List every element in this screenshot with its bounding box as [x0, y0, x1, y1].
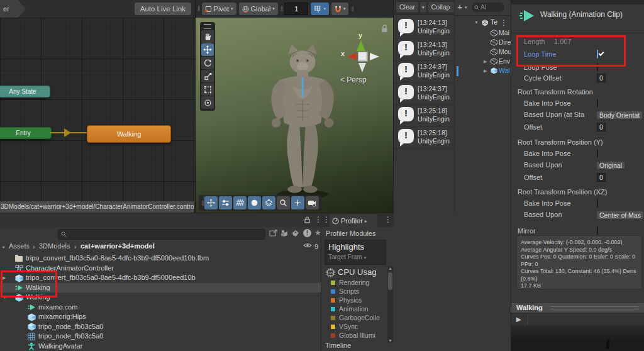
- tab-overflow-arrow[interactable]: ▸: [365, 218, 367, 224]
- axis-y-cone-icon[interactable]: [357, 40, 365, 51]
- console-entry[interactable]: ! [13:24:13] UnityEngin: [394, 16, 455, 39]
- legend-item[interactable]: Animation: [321, 305, 394, 314]
- list-item-selected[interactable]: Walking: [0, 283, 321, 293]
- console-entry[interactable]: ! [13:24:37] UnityEngin: [394, 60, 455, 83]
- lock-icon[interactable]: [381, 25, 388, 33]
- cycle-offset-field[interactable]: 0: [597, 74, 606, 82]
- snap-magnet-button[interactable]: ▾: [331, 3, 349, 15]
- list-item[interactable]: tripo_node_fb03c5a0: [0, 332, 321, 342]
- list-item[interactable]: WalkingAvatar: [0, 342, 321, 351]
- target-frame-dropdown[interactable]: Target Fram ▾: [328, 254, 366, 260]
- mirror-checkbox[interactable]: [597, 226, 598, 235]
- list-item[interactable]: tripo_node_fb03c5a0: [0, 322, 321, 332]
- list-item[interactable]: CharacterAnimatorController: [0, 264, 321, 274]
- hierarchy-item-selected[interactable]: ▶ Wal: [455, 66, 511, 76]
- hierarchy-item[interactable]: ▶ Env: [455, 57, 511, 67]
- scene-viewport[interactable]: y x < Persp ‖: [196, 18, 394, 213]
- global-button[interactable]: Global ▾: [239, 3, 278, 15]
- expand-arrow-icon[interactable]: ▶: [484, 69, 487, 74]
- bake-position-xz-checkbox[interactable]: [597, 199, 598, 208]
- scrollbar-thumb[interactable]: [388, 272, 392, 290]
- list-item[interactable]: tripo_convert_fb03c5a0-8ae5-4dfc-b3b9-df…: [0, 254, 321, 264]
- based-upon-rotation-dropdown[interactable]: Body Orientat: [597, 111, 642, 119]
- clear-button[interactable]: Clear: [396, 1, 419, 13]
- sphere-overlay-button[interactable]: [248, 196, 261, 209]
- legend-item[interactable]: VSync: [321, 323, 394, 332]
- expand-arrow-icon[interactable]: ▶: [484, 59, 487, 64]
- eye-icon[interactable]: [303, 242, 312, 248]
- legend-item[interactable]: Physics: [321, 296, 394, 305]
- console-entry[interactable]: ! [13:24:13] UnityEngin: [394, 38, 455, 61]
- grid-visibility-button[interactable]: [233, 196, 247, 209]
- collapse-button[interactable]: Collap: [428, 1, 455, 13]
- state-any-state[interactable]: Any State: [0, 86, 50, 98]
- scale-tool-button[interactable]: [201, 70, 214, 82]
- grid-snap-button[interactable]: Y ▾: [311, 3, 329, 15]
- hierarchy-scene-row[interactable]: ▼ Te ⋮: [455, 18, 511, 28]
- lock-icon[interactable]: [304, 216, 310, 223]
- offset-y-field[interactable]: 0: [597, 173, 606, 182]
- preview-viewport[interactable]: [511, 325, 644, 351]
- based-upon-xz-dropdown[interactable]: Center of Mas: [597, 211, 643, 219]
- gizmo-center-cube[interactable]: [358, 52, 368, 62]
- cat-warrior-model[interactable]: [266, 43, 339, 200]
- package-icon[interactable]: [280, 230, 288, 237]
- view-hand-tool-button[interactable]: [201, 30, 214, 43]
- rotate-tool-button[interactable]: [201, 57, 214, 69]
- auto-live-link-button[interactable]: Auto Live Link: [135, 3, 191, 15]
- transform-tool-button[interactable]: [201, 96, 214, 109]
- label-tag-icon[interactable]: [292, 230, 299, 237]
- kebab-menu-icon[interactable]: ⋮: [500, 18, 508, 27]
- clear-dropdown-arrow[interactable]: ▾: [419, 1, 427, 13]
- bake-position-y-checkbox[interactable]: [597, 149, 598, 158]
- collapse-arrow-icon[interactable]: ◂: [2, 244, 4, 250]
- camera-overlay-button[interactable]: [306, 196, 319, 209]
- open-search-window-icon[interactable]: [269, 230, 277, 237]
- list-item[interactable]: mixamo.com: [0, 303, 321, 313]
- play-button[interactable]: ▶: [516, 316, 521, 323]
- toolbar-drag-handle[interactable]: ‖: [197, 5, 199, 13]
- rect-tool-button[interactable]: [201, 83, 214, 96]
- legend-item[interactable]: Scripts: [321, 287, 394, 296]
- offset-rotation-field[interactable]: 0: [597, 123, 606, 131]
- axis-down-cone-icon[interactable]: [358, 63, 366, 72]
- search-overlay-button[interactable]: [277, 196, 290, 209]
- state-entry[interactable]: Entry: [0, 127, 52, 139]
- legend-item[interactable]: Global Illumi: [321, 332, 394, 340]
- legend-item[interactable]: GarbageColle: [321, 314, 394, 323]
- cpu-usage-module[interactable]: CPU CPU Usag: [321, 267, 394, 277]
- timeline-label[interactable]: Timeline: [325, 342, 351, 349]
- layers-overlay-button[interactable]: [262, 196, 275, 209]
- move-tool-button[interactable]: [201, 43, 214, 56]
- grid-size-field[interactable]: 1: [284, 3, 308, 15]
- pivot-button[interactable]: Pivot ▾: [202, 3, 236, 15]
- center-overlay-button[interactable]: [291, 196, 304, 209]
- animator-graph-canvas[interactable]: Any State Entry Walking: [0, 18, 195, 201]
- profiler-scrollbar[interactable]: ▲ ▼: [387, 266, 393, 343]
- expand-arrow-icon[interactable]: ▶: [3, 276, 6, 281]
- scene-orientation-gizmo[interactable]: y x: [343, 33, 384, 78]
- add-object-button[interactable]: +: [457, 2, 462, 12]
- hierarchy-item[interactable]: Dire: [455, 38, 511, 48]
- palette-drag-handle[interactable]: [204, 24, 211, 29]
- expand-arrow-icon[interactable]: ▼: [3, 295, 7, 299]
- animator-breadcrumb[interactable]: er: [0, 0, 26, 18]
- perspective-label[interactable]: < Persp: [340, 75, 367, 84]
- axis-x-cone-icon[interactable]: [347, 53, 357, 60]
- hierarchy-item[interactable]: Mai: [455, 28, 511, 38]
- bake-rotation-checkbox[interactable]: [597, 99, 598, 108]
- breadcrumb-3dmodels[interactable]: 3DModels: [39, 242, 70, 250]
- axis-neg-cone-icon[interactable]: [370, 53, 379, 60]
- list-item[interactable]: ▶ tripo_convert_fb03c5a0-8ae5-4dfc-b3b9-…: [0, 273, 321, 283]
- console-entry[interactable]: ! [13:25:18] UnityEngin: [394, 104, 455, 127]
- tab-profiler[interactable]: Profiler ▸: [330, 214, 377, 227]
- loop-time-checkbox[interactable]: [597, 50, 598, 58]
- highlights-module[interactable]: Highlights Target Fram ▾: [325, 240, 386, 265]
- legend-item[interactable]: Rendering: [321, 279, 394, 287]
- preview-header[interactable]: Walking: [511, 302, 644, 313]
- console-entry[interactable]: ! [13:25:18] UnityEngin: [394, 126, 455, 149]
- kebab-menu-icon[interactable]: ⋮: [384, 215, 392, 224]
- console-entry[interactable]: ! [13:24:37] UnityEngin: [394, 82, 455, 105]
- list-item[interactable]: mixamorig:Hips: [0, 312, 321, 322]
- move-overlay-button[interactable]: [204, 196, 218, 209]
